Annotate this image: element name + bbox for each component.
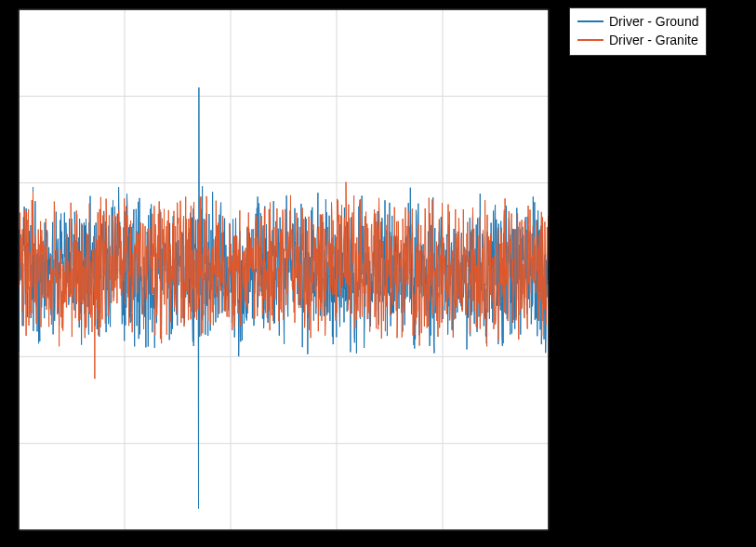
legend: Driver - Ground Driver - Granite [569,7,707,56]
legend-label: Driver - Granite [609,33,698,47]
legend-label: Driver - Ground [609,14,698,29]
legend-swatch-icon [577,20,603,22]
legend-swatch-icon [577,39,603,41]
chart-root: Driver - Ground Driver - Granite [0,0,756,547]
chart-svg [0,0,756,547]
legend-item: Driver - Ground [577,12,698,31]
legend-item: Driver - Granite [577,31,698,49]
